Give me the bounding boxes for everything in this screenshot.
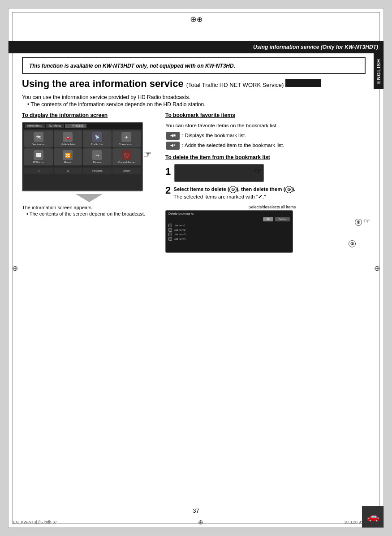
bookmark-add-icon: ◀+ <box>166 142 180 150</box>
step1-row: 1 ☞ <box>165 164 366 182</box>
step1-screen: ☞ <box>174 164 264 182</box>
crosshair-left-icon: ⊕ <box>12 264 18 272</box>
nav-grid: 🗺 Destination 🚗 Vehicle Info 📡 Traffic L… <box>23 129 142 167</box>
nav-tab-av: AV Menu <box>46 124 64 128</box>
list-item: List Item2 <box>168 228 290 232</box>
all-button: All <box>263 217 273 221</box>
left-section-heading: To display the information screen <box>22 112 156 118</box>
displays-label: : Displays the bookmark list. <box>182 133 246 138</box>
adds-label-row: ◀+ : Adds the selected item to the bookm… <box>165 142 366 150</box>
checkbox-icon <box>168 228 172 232</box>
bottom-bar: EN_KW-NT3[J]5.indb 37 ⊕ 10.3.28 9:57:27 … <box>9 516 383 527</box>
circle-badge-2-on-screen: ② ☞ <box>355 217 370 226</box>
header-bar: Using information service (Only for KW-N… <box>9 41 383 53</box>
car-icon: 🚗 <box>367 511 379 523</box>
delete-screen: Delete bookmarks All Delete List Item1 <box>165 210 293 253</box>
content-area: Using the area information service (Tota… <box>22 78 366 255</box>
page-title-suffix: (Total Traffic HD NET WORK Service) <box>186 82 284 88</box>
nav-cell-traffic-icon: 📡 <box>92 132 102 142</box>
hand-cursor-icon: ☞ <box>143 149 152 160</box>
notice-text: This function is available on KW-NT3HDT … <box>29 63 235 69</box>
border-top <box>12 12 380 13</box>
circle-2-screen-icon: ② <box>355 219 362 226</box>
delete-heading: To delete the item from the bookmark lis… <box>165 154 366 160</box>
nav-cell-poi-icon: 🅿 <box>34 150 43 160</box>
two-column-layout: To display the information screen Navi M… <box>22 112 366 254</box>
nav-screen-wrapper: Navi Menu AV Menu 📞 PHONE 🗺 Destination <box>22 122 156 191</box>
sel-desel-label: Selects/deselects all items <box>179 205 366 209</box>
step2-number: 2 <box>165 186 171 195</box>
nav-cell-vehicle: 🚗 Vehicle Info <box>54 130 82 147</box>
intro-bullet1: The contents of the information service … <box>27 101 366 108</box>
nav-screen-topbar: Navi Menu AV Menu 📞 PHONE <box>23 123 142 129</box>
checkbox-icon <box>168 237 172 241</box>
nav-cell-route: 🔀 Route <box>54 148 82 165</box>
header-title: Using information service (Only for KW-N… <box>253 44 378 50</box>
circle-1-screen-icon: ① <box>349 240 356 247</box>
page-number: 37 <box>193 507 199 514</box>
page-title: Using the area information service <box>22 78 184 90</box>
nav-bottom-simulation: Simulation <box>83 168 112 174</box>
step1-number: 1 <box>165 167 171 177</box>
screen-caption-bullet: The contents of the screen depend on the… <box>26 211 156 216</box>
nav-cell-vehicle-icon: 🚗 <box>63 132 73 142</box>
bottom-file-info: EN_KW-NT3[J]5.indb 37 <box>13 520 57 524</box>
nav-tab-navi: Navi Menu <box>25 124 45 128</box>
list-item: List Item3 <box>168 232 290 237</box>
step2-block: 2 Select items to delete (①), then delet… <box>165 186 366 253</box>
step2-bold-text: Select items to delete (①), then delete … <box>173 186 295 192</box>
circle-1-badge: ① <box>229 186 237 193</box>
title-accent-bar <box>285 79 321 87</box>
english-tab-label: ENGLISH <box>376 59 381 84</box>
delete-button: Delete <box>275 217 290 221</box>
left-column: To display the information screen Navi M… <box>22 112 156 254</box>
delete-screen-wrapper: Delete bookmarks All Delete List Item1 <box>165 210 366 253</box>
nav-bottom-row: ◁ 13 Simulation Options <box>23 167 142 175</box>
step2-header-row: 2 Select items to delete (①), then delet… <box>165 186 366 203</box>
list-item: List Item1 <box>168 223 290 228</box>
english-tab: ENGLISH <box>374 53 383 89</box>
sel-desel-line <box>213 203 213 211</box>
list-item: List Item4 <box>168 237 290 241</box>
nav-cell-route-icon: 🔀 <box>63 150 73 160</box>
nav-cell-cancel-icon: 🚫 <box>121 150 131 160</box>
hand-cursor-delete-icon: ☞ <box>364 217 370 225</box>
nav-cell-poi: 🅿 POI Icon <box>24 148 53 165</box>
adds-label: : Adds the selected item to the bookmark… <box>182 143 284 148</box>
circle-badge-1-on-screen: ① <box>349 239 356 247</box>
crosshair-right-icon: ⊕ <box>374 264 380 272</box>
checkbox-icon <box>168 233 172 236</box>
nav-cell-travel-icon: ✈ <box>121 132 131 142</box>
right-column: To bookmark favorite items You can store… <box>165 112 366 254</box>
delete-list: List Item1 List Item2 List Item3 <box>166 222 293 242</box>
page-container: ⊕ ⊕ ⊕ Using information service (Only fo… <box>8 8 384 528</box>
nav-cell-destination: 🗺 Destination <box>24 130 53 147</box>
bookmark-display-icon: ◀■ <box>166 132 180 140</box>
page-title-row: Using the area information service (Tota… <box>22 78 366 92</box>
crosshair-bottom-icon: ⊕ <box>198 519 203 526</box>
down-arrow-icon <box>76 194 103 202</box>
crosshair-top-icon: ⊕ <box>192 15 201 24</box>
delete-screen-title: Delete bookmarks <box>166 211 293 216</box>
screen-caption: The information screen appears. <box>22 205 156 210</box>
notice-box: This function is available on KW-NT3HDT … <box>22 57 366 74</box>
nav-cell-travel: ✈ Travel con... <box>112 130 141 147</box>
bookmark-heading: To bookmark favorite items <box>165 112 366 118</box>
step2-note: The selected items are marked with "✔." <box>173 194 266 199</box>
nav-bottom-back: ◁ <box>24 168 53 174</box>
displays-label-row: ◀■ : Displays the bookmark list. <box>165 132 366 140</box>
nav-cell-cancel: 🚫 Cancel Route <box>112 148 141 165</box>
step1-hand-icon: ☞ <box>255 167 261 175</box>
nav-screen: Navi Menu AV Menu 📞 PHONE 🗺 Destination <box>22 122 143 191</box>
bookmark-text: You can store favorite items on the book… <box>165 122 366 130</box>
nav-bottom-13: 13 <box>54 168 82 174</box>
car-icon-box: 🚗 <box>362 506 383 527</box>
intro-line1: You can use the information service prov… <box>22 94 366 100</box>
nav-cell-traffic: 📡 Traffic List <box>83 130 112 147</box>
nav-cell-destination-icon: 🗺 <box>34 132 43 142</box>
arrow-wrapper <box>22 194 156 202</box>
circle-2-badge: ② <box>285 186 293 193</box>
delete-screen-toolbar: All Delete <box>166 216 293 222</box>
checkbox-icon <box>168 224 172 227</box>
nav-cell-detour-icon: ↪ <box>92 150 102 160</box>
